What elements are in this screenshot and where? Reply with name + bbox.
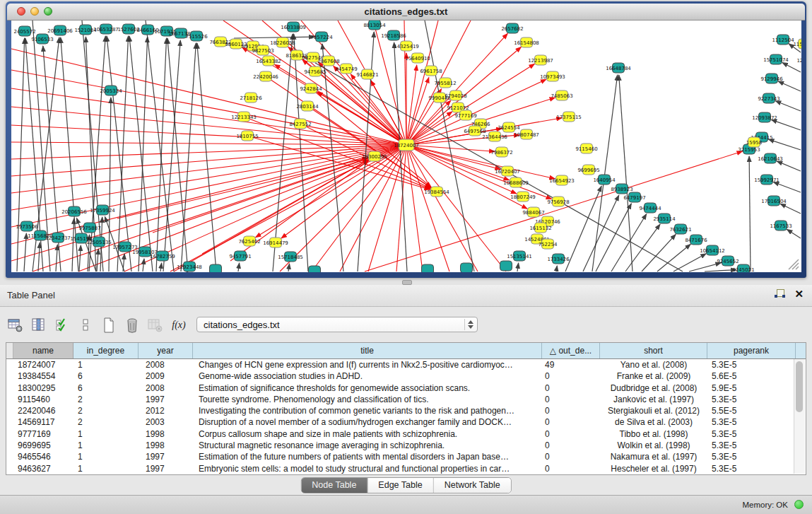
graph-node[interactable]: 18807249 bbox=[510, 192, 536, 201]
select-all-icon[interactable] bbox=[54, 317, 71, 334]
table-selector-dropdown[interactable]: citations_edges.txt bbox=[196, 317, 478, 332]
graph-node[interactable]: 6961758 bbox=[420, 66, 442, 76]
graph-node[interactable]: 10654112 bbox=[700, 245, 725, 255]
tab-network-table[interactable]: Network Table bbox=[434, 478, 511, 493]
graph-node[interactable]: 1733426 bbox=[547, 254, 570, 264]
graph-node[interactable]: 2935114 bbox=[653, 214, 676, 223]
table-row[interactable]: 977716911998Corpus callosum shape and si… bbox=[6, 428, 806, 440]
graph-node[interactable]: 1221397 bbox=[796, 55, 801, 65]
graph-node[interactable]: 15958 bbox=[746, 137, 762, 147]
graph-node[interactable]: 7485063 bbox=[551, 90, 572, 100]
tab-edge-table[interactable]: Edge Table bbox=[367, 478, 433, 493]
graph-node[interactable]: 7625402 bbox=[238, 236, 260, 246]
column-header-year[interactable]: year bbox=[139, 343, 193, 358]
graph-node[interactable]: 2405572 bbox=[13, 26, 35, 36]
column-header-short[interactable]: short bbox=[600, 343, 707, 358]
table-row[interactable]: 2242004622012Investigating the contribut… bbox=[6, 405, 806, 416]
float-panel-icon[interactable] bbox=[775, 289, 784, 299]
network-canvas[interactable]: 1872400724055722069140691065331065328715… bbox=[11, 21, 801, 272]
graph-node[interactable]: 1973506 bbox=[16, 221, 38, 231]
graph-node[interactable]: 9699695 bbox=[577, 165, 599, 175]
graph-node[interactable]: 15135141 bbox=[507, 251, 532, 261]
graph-node[interactable]: 16648784 bbox=[606, 63, 631, 73]
column-header-name[interactable]: name bbox=[13, 343, 73, 358]
new-table-icon[interactable] bbox=[100, 317, 117, 334]
table-row[interactable]: 946362711997Embryonic stem cells: a mode… bbox=[6, 463, 806, 474]
graph-node[interactable]: 9245021 bbox=[732, 264, 754, 272]
graph-node[interactable]: 10653287 bbox=[93, 24, 119, 34]
graph-node[interactable]: 7857224 bbox=[310, 32, 333, 42]
graph-node[interactable]: 1112504 bbox=[772, 35, 794, 45]
graph-node[interactable]: 9475685 bbox=[304, 66, 326, 76]
graph-node[interactable] bbox=[422, 264, 434, 272]
row-height-icon[interactable] bbox=[77, 317, 94, 334]
graph-node[interactable]: 14325419 bbox=[394, 41, 419, 51]
graph-node[interactable]: 9474444 bbox=[639, 203, 661, 213]
column-header-out_de[interactable]: △ out_de... bbox=[542, 343, 600, 358]
column-header-in_degree[interactable]: in_degree bbox=[73, 343, 139, 358]
graph-node[interactable]: 12213987 bbox=[528, 55, 553, 65]
table-row[interactable]: 946554611997Estimation of the future num… bbox=[6, 451, 806, 462]
resize-grip-icon[interactable] bbox=[789, 259, 799, 269]
table-row[interactable]: 1938455462009Genome-wide association stu… bbox=[6, 370, 806, 382]
graph-node[interactable] bbox=[309, 266, 321, 272]
graph-node[interactable]: 22420046 bbox=[253, 71, 278, 81]
graph-node[interactable] bbox=[210, 264, 222, 272]
table-options-icon[interactable] bbox=[7, 317, 24, 334]
graph-node[interactable]: 16154808 bbox=[514, 37, 539, 47]
graph-node[interactable]: 3624554 bbox=[498, 122, 520, 132]
scrollbar-thumb[interactable] bbox=[796, 361, 803, 412]
table-row[interactable]: 1830029562008Estimation of significance … bbox=[6, 382, 806, 394]
graph-node[interactable]: 8813054 bbox=[363, 21, 386, 30]
graph-node[interactable]: 7632621 bbox=[669, 224, 691, 234]
column-header-pagerank[interactable]: pagerank bbox=[707, 343, 796, 358]
graph-node[interactable]: 21364436 bbox=[482, 132, 507, 141]
table-row[interactable]: 969969511998Structural magnetic resonanc… bbox=[6, 440, 806, 451]
graph-node[interactable]: 9245652 bbox=[717, 256, 739, 266]
graph-node[interactable]: 12923448 bbox=[177, 262, 202, 271]
graph-node[interactable]: 10688609 bbox=[503, 177, 529, 187]
graph-node[interactable]: 19218586 bbox=[381, 30, 406, 40]
delete-table-icon[interactable] bbox=[124, 317, 141, 334]
graph-node[interactable]: 7986372 bbox=[490, 147, 512, 157]
graph-node[interactable]: 15718485 bbox=[278, 252, 303, 262]
table-row[interactable]: 1872400712008Changes of HCN gene express… bbox=[6, 359, 806, 370]
graph-node[interactable]: 15640910 bbox=[405, 53, 430, 63]
column-header-title[interactable]: title bbox=[193, 343, 542, 358]
graph-node[interactable]: 10807487 bbox=[514, 129, 539, 139]
memory-status-icon[interactable] bbox=[794, 500, 804, 509]
graph-node[interactable]: 20691406 bbox=[47, 25, 73, 35]
graph-node[interactable] bbox=[461, 263, 473, 272]
horizontal-splitter[interactable] bbox=[0, 278, 812, 285]
function-builder-icon[interactable]: f(x) bbox=[170, 317, 187, 334]
graph-node[interactable]: 8471676 bbox=[685, 235, 707, 245]
graph-node[interactable]: 9975887 bbox=[78, 223, 100, 233]
graph-node[interactable]: 16654923 bbox=[549, 175, 575, 185]
graph-node[interactable]: 2005334 bbox=[100, 86, 122, 95]
graph-node[interactable]: 9106533 bbox=[31, 34, 53, 44]
graph-node[interactable] bbox=[500, 261, 512, 271]
graph-node[interactable]: 2657682 bbox=[501, 23, 523, 33]
graph-node[interactable]: 10973493 bbox=[540, 71, 565, 81]
graph-node[interactable]: 17375115 bbox=[556, 112, 582, 122]
graph-node[interactable]: 2718126 bbox=[240, 93, 262, 103]
close-panel-icon[interactable]: ✕ bbox=[794, 289, 804, 299]
import-table-icon[interactable] bbox=[147, 317, 164, 334]
graph-node[interactable]: 16914479 bbox=[263, 238, 288, 247]
graph-node[interactable]: 9115460 bbox=[575, 144, 597, 153]
table-row[interactable]: 1456911722003Disruption of a novel membe… bbox=[6, 416, 806, 428]
graph-node[interactable]: 1167533 bbox=[770, 221, 792, 230]
splitter-grip-icon[interactable] bbox=[402, 280, 412, 285]
graph-node[interactable]: 9146821 bbox=[356, 69, 378, 79]
tab-node-table[interactable]: Node Table bbox=[301, 478, 367, 493]
graph-node[interactable]: 1810755 bbox=[236, 131, 258, 141]
graph-node[interactable]: 16033809 bbox=[281, 22, 306, 32]
graph-node[interactable]: 20206556 bbox=[61, 206, 87, 216]
show-columns-icon[interactable] bbox=[30, 317, 47, 334]
table-row[interactable]: 911546021997Tourette syndrome. Phenomeno… bbox=[6, 394, 806, 405]
vertical-scrollbar[interactable] bbox=[794, 359, 805, 474]
graph-node[interactable]: 15751074 bbox=[763, 54, 789, 64]
network-window-titlebar[interactable]: citations_edges.txt bbox=[7, 4, 805, 21]
graph-node[interactable]: 16720407 bbox=[495, 166, 520, 176]
graph-node[interactable]: 1640954 bbox=[593, 175, 616, 185]
